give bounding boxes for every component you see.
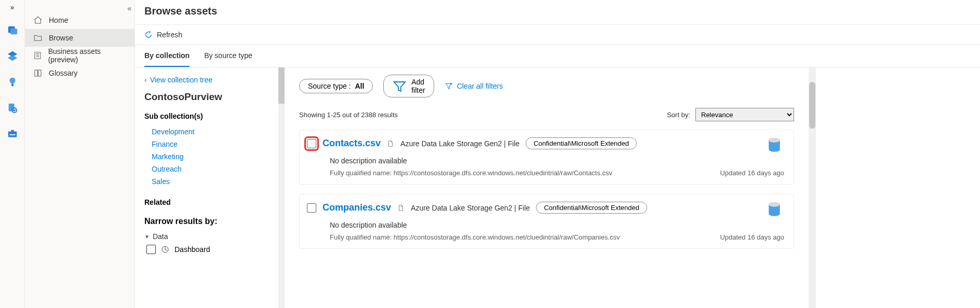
refresh-label: Refresh (157, 31, 182, 39)
pill-value: All (355, 82, 365, 90)
facet-label: Dashboard (174, 245, 210, 254)
chevron-down-icon: ▼ (144, 234, 150, 240)
subcollection-link[interactable]: Development (144, 125, 269, 138)
tab-by-source-type[interactable]: By source type (204, 45, 252, 67)
sub-collections-heading: Sub collection(s) (144, 112, 269, 120)
asset-name-link[interactable]: Companies.csv (323, 202, 391, 213)
asset-updated: Updated 16 days ago (720, 233, 784, 241)
clear-filters-button[interactable]: Clear all filters (445, 82, 503, 90)
sort-select[interactable]: Relevance (695, 108, 794, 121)
database-icon (768, 137, 781, 153)
add-filter-button[interactable]: Add filter (383, 75, 434, 97)
tab-by-collection[interactable]: By collection (144, 45, 190, 67)
nav-label: Home (49, 16, 68, 24)
scrollbar-thumb[interactable] (278, 67, 285, 104)
svg-rect-6 (8, 104, 14, 111)
main: Browse assets Refresh By collection By s… (135, 0, 980, 308)
refresh-button[interactable]: Refresh (144, 31, 182, 39)
collapse-nav-icon[interactable]: « (127, 4, 131, 12)
facet-group-data[interactable]: ▼ Data (144, 232, 269, 241)
collection-panel: ‹ View collection tree ContosoPurview Su… (135, 67, 278, 308)
svg-rect-8 (8, 131, 17, 137)
view-collection-tree-link[interactable]: ‹ View collection tree (144, 76, 269, 84)
rail-icon-data-catalog[interactable] (5, 23, 20, 37)
nav-item-home[interactable]: Home (25, 11, 135, 29)
icon-rail: » (0, 0, 25, 308)
svg-marker-3 (7, 55, 17, 61)
rail-icon-management[interactable] (5, 127, 20, 141)
rail-icon-data-map[interactable] (5, 49, 20, 63)
add-filter-label: Add filter (411, 78, 425, 94)
rail-icon-insights[interactable] (5, 75, 20, 89)
source-type-label: Azure Data Lake Storage Gen2 | File (400, 139, 519, 148)
classification-pill: Confidential\Microsoft Extended (536, 202, 647, 214)
nav-panel: « Home Browse Business assets (preview) … (25, 0, 135, 308)
result-checkbox[interactable] (307, 139, 316, 148)
result-card: Companies.csvAzure Data Lake Storage Gen… (299, 194, 794, 249)
svg-point-4 (9, 78, 15, 83)
expand-rail-icon[interactable]: » (10, 3, 15, 11)
svg-rect-11 (35, 52, 41, 59)
page-title: Browse assets (144, 5, 971, 17)
source-type-label: Azure Data Lake Storage Gen2 | File (411, 204, 530, 212)
database-icon (768, 202, 781, 217)
asset-description: No description available (330, 221, 784, 229)
clear-filters-label: Clear all filters (457, 82, 503, 90)
chevron-left-icon: ‹ (144, 76, 147, 84)
facet-checkbox[interactable] (146, 245, 156, 254)
view-tree-label: View collection tree (150, 76, 212, 84)
nav-item-glossary[interactable]: Glossary (25, 64, 135, 82)
facet-item-dashboard[interactable]: Dashboard (144, 245, 269, 254)
nav-label: Business assets (preview) (48, 47, 126, 64)
asset-name-link[interactable]: Contacts.csv (323, 138, 381, 149)
collection-scrollbar[interactable] (278, 67, 285, 308)
result-checkbox[interactable] (307, 203, 316, 213)
narrow-heading: Narrow results by: (144, 217, 269, 226)
funnel-icon (392, 79, 407, 94)
svg-point-14 (769, 138, 780, 143)
subcollection-link[interactable]: Outreach (144, 163, 269, 175)
results-area: Source type : All Add filter Clear all f… (285, 67, 809, 308)
related-heading: Related (144, 198, 269, 206)
pill-label: Source type : (308, 82, 351, 90)
funnel-clear-icon (445, 82, 453, 90)
dashboard-icon (161, 245, 169, 254)
svg-rect-5 (11, 83, 14, 87)
refresh-icon (144, 31, 153, 39)
subcollection-link[interactable]: Marketing (144, 150, 269, 163)
file-icon (387, 139, 394, 148)
source-type-filter-pill[interactable]: Source type : All (299, 79, 373, 93)
nav-item-browse[interactable]: Browse (25, 29, 135, 47)
file-icon (397, 204, 405, 212)
asset-description: No description available (330, 157, 784, 165)
collection-name: ContosoPurview (144, 91, 269, 103)
result-card: Contacts.csvAzure Data Lake Storage Gen2… (299, 130, 794, 185)
svg-rect-1 (10, 29, 17, 34)
classification-pill: Confidential\Microsoft Extended (526, 137, 637, 149)
asset-fqn: Fully qualified name: https://contososto… (330, 233, 620, 241)
subcollection-link[interactable]: Sales (144, 175, 269, 188)
nav-label: Glossary (49, 69, 77, 77)
tabs: By collection By source type (135, 45, 980, 67)
svg-rect-10 (9, 134, 15, 135)
results-scrollbar[interactable] (809, 67, 816, 308)
results-count: Showing 1-25 out of 2388 results (299, 111, 398, 119)
nav-item-business-assets[interactable]: Business assets (preview) (25, 47, 135, 64)
nav-label: Browse (49, 34, 73, 42)
asset-fqn: Fully qualified name: https://contososto… (330, 169, 612, 177)
svg-point-16 (769, 202, 780, 207)
subcollection-link[interactable]: Finance (144, 138, 269, 150)
scrollbar-thumb[interactable] (809, 82, 815, 129)
rail-icon-policy[interactable] (5, 101, 20, 115)
asset-updated: Updated 16 days ago (720, 169, 784, 177)
svg-rect-9 (11, 130, 14, 132)
facet-group-label: Data (153, 232, 168, 241)
sort-label: Sort by: (667, 111, 690, 119)
